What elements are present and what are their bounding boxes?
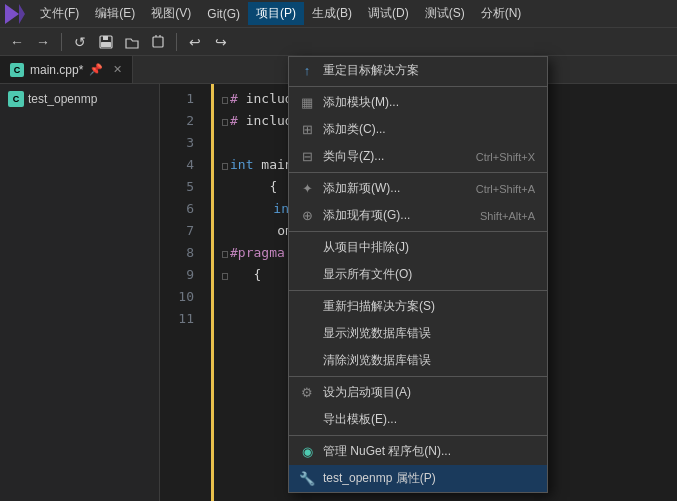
toolbar: ← → ↺ ↩ ↪ — [0, 28, 677, 56]
add-module-icon: ▦ — [299, 95, 315, 111]
dropdown-sep-5 — [289, 435, 547, 436]
dropdown-add-existing-shortcut: Shift+Alt+A — [480, 210, 535, 222]
dropdown-properties-label: test_openmp 属性(P) — [323, 470, 535, 487]
fold-icon-8[interactable]: □ — [222, 243, 228, 265]
save-button[interactable] — [95, 31, 117, 53]
dropdown-remove-from-project[interactable]: 从项目中排除(J) — [289, 234, 547, 261]
open2-button[interactable] — [147, 31, 169, 53]
tab-pin-icon[interactable]: 📌 — [89, 63, 103, 76]
dropdown-add-new-shortcut: Ctrl+Shift+A — [476, 183, 535, 195]
dropdown-rescan-solution[interactable]: 重新扫描解决方案(S) — [289, 293, 547, 320]
forward-button[interactable]: → — [32, 31, 54, 53]
dropdown-export-template[interactable]: 导出模板(E)... — [289, 406, 547, 433]
dropdown-show-browse-errors[interactable]: 显示浏览数据库错误 — [289, 320, 547, 347]
toolbar-separator-1 — [61, 33, 62, 51]
dropdown-properties[interactable]: 🔧 test_openmp 属性(P) — [289, 465, 547, 492]
fold-icon-2[interactable]: □ — [222, 111, 228, 133]
menu-file[interactable]: 文件(F) — [32, 2, 87, 25]
dropdown-reset-target[interactable]: ↑ 重定目标解决方案 — [289, 57, 547, 84]
svg-marker-1 — [19, 4, 25, 24]
dropdown-rescan-label: 重新扫描解决方案(S) — [323, 298, 535, 315]
remove-from-project-icon — [299, 240, 315, 256]
set-startup-icon: ⚙ — [299, 385, 315, 401]
dropdown-add-module[interactable]: ▦ 添加模块(M)... — [289, 89, 547, 116]
tab-main-cpp-label: main.cpp* — [30, 63, 83, 77]
add-class-icon: ⊞ — [299, 122, 315, 138]
line-num-10: 10 — [164, 286, 194, 308]
dropdown-add-new-item-label: 添加新项(W)... — [323, 180, 468, 197]
code-include-1: includ — [238, 88, 293, 110]
dropdown-remove-label: 从项目中排除(J) — [323, 239, 535, 256]
menu-view[interactable]: 视图(V) — [143, 2, 199, 25]
dropdown-show-all-files[interactable]: 显示所有文件(O) — [289, 261, 547, 288]
menu-project[interactable]: 项目(P) — [248, 2, 304, 25]
tab-main-cpp[interactable]: C main.cpp* 📌 ✕ — [0, 56, 133, 83]
undo-button[interactable]: ↩ — [184, 31, 206, 53]
code-hash-1: # — [230, 88, 238, 110]
line-num-3: 3 — [164, 132, 194, 154]
menu-build[interactable]: 生成(B) — [304, 2, 360, 25]
code-open-brace-5: { — [246, 176, 277, 198]
code-open-brace-9: { — [230, 264, 261, 286]
export-template-icon — [299, 412, 315, 428]
app-logo — [4, 3, 26, 25]
menu-edit[interactable]: 编辑(E) — [87, 2, 143, 25]
line-num-4: 4 — [164, 154, 194, 176]
dropdown-sep-1 — [289, 172, 547, 173]
dropdown-clear-browse-errors[interactable]: 清除浏览数据库错误 — [289, 347, 547, 374]
menu-bar: 文件(F) 编辑(E) 视图(V) Git(G) 项目(P) 生成(B) 调试(… — [0, 0, 677, 28]
dropdown-add-class-label: 添加类(C)... — [323, 121, 535, 138]
tab-close-button[interactable]: ✕ — [113, 63, 122, 76]
toolbar-separator-2 — [176, 33, 177, 51]
dropdown-add-existing-item[interactable]: ⊕ 添加现有项(G)... Shift+Alt+A — [289, 202, 547, 229]
dropdown-export-label: 导出模板(E)... — [323, 411, 535, 428]
line-numbers: 1 2 3 4 5 6 7 8 9 10 11 — [160, 84, 200, 501]
show-all-files-icon — [299, 267, 315, 283]
sidebar-project-label: test_openmp — [28, 92, 97, 106]
line-num-9: 9 — [164, 264, 194, 286]
svg-marker-0 — [5, 4, 19, 24]
code-indent-6 — [242, 198, 273, 220]
add-existing-icon: ⊕ — [299, 208, 315, 224]
open-button[interactable] — [121, 31, 143, 53]
clear-browse-icon — [299, 353, 315, 369]
fold-icon-4[interactable]: □ — [222, 155, 228, 177]
fold-icon-1[interactable]: □ — [222, 89, 228, 111]
dropdown-clear-browse-label: 清除浏览数据库错误 — [323, 352, 535, 369]
svg-rect-4 — [101, 42, 111, 47]
add-new-item-icon: ✦ — [299, 181, 315, 197]
properties-icon: 🔧 — [299, 471, 315, 487]
code-gutter — [200, 84, 214, 501]
code-pragma-8: #pragma — [230, 242, 285, 264]
menu-debug[interactable]: 调试(D) — [360, 2, 417, 25]
dropdown-add-new-item[interactable]: ✦ 添加新项(W)... Ctrl+Shift+A — [289, 175, 547, 202]
line-num-1: 1 — [164, 88, 194, 110]
tab-cpp-icon: C — [10, 63, 24, 77]
dropdown-manage-nuget[interactable]: ◉ 管理 NuGet 程序包(N)... — [289, 438, 547, 465]
dropdown-add-existing-label: 添加现有项(G)... — [323, 207, 472, 224]
nuget-icon: ◉ — [299, 444, 315, 460]
dropdown-add-class[interactable]: ⊞ 添加类(C)... — [289, 116, 547, 143]
sidebar: C test_openmp — [0, 84, 160, 501]
dropdown-class-wizard[interactable]: ⊟ 类向导(Z)... Ctrl+Shift+X — [289, 143, 547, 170]
dropdown-class-wizard-label: 类向导(Z)... — [323, 148, 468, 165]
sidebar-item-test-openmp[interactable]: C test_openmp — [0, 88, 159, 110]
redo-button[interactable]: ↪ — [210, 31, 232, 53]
show-browse-icon — [299, 326, 315, 342]
dropdown-sep-4 — [289, 376, 547, 377]
dropdown-nuget-label: 管理 NuGet 程序包(N)... — [323, 443, 535, 460]
back-button[interactable]: ← — [6, 31, 28, 53]
fold-icon-9[interactable]: □ — [222, 265, 228, 287]
menu-analyze[interactable]: 分析(N) — [473, 2, 530, 25]
code-int-keyword: int — [230, 154, 253, 176]
dropdown-set-startup[interactable]: ⚙ 设为启动项目(A) — [289, 379, 547, 406]
dropdown-show-all-files-label: 显示所有文件(O) — [323, 266, 535, 283]
menu-git[interactable]: Git(G) — [199, 4, 248, 24]
dropdown-show-browse-label: 显示浏览数据库错误 — [323, 325, 535, 342]
undo-arrow-button[interactable]: ↺ — [69, 31, 91, 53]
line-num-11: 11 — [164, 308, 194, 330]
line-num-6: 6 — [164, 198, 194, 220]
menu-test[interactable]: 测试(S) — [417, 2, 473, 25]
line-num-5: 5 — [164, 176, 194, 198]
code-hash-2: # — [230, 110, 238, 132]
